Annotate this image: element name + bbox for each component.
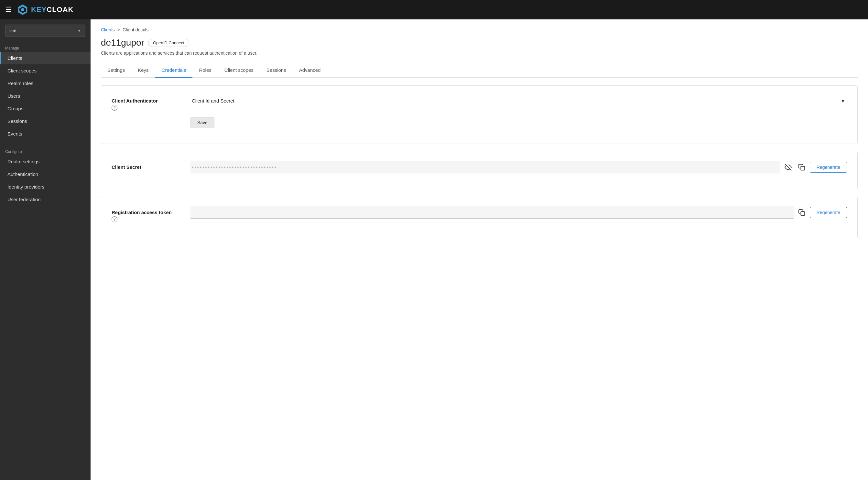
openid-badge: OpenID Connect bbox=[148, 39, 189, 47]
copy-secret-button[interactable] bbox=[796, 162, 807, 173]
tab-credentials[interactable]: Credentials bbox=[155, 63, 193, 78]
tabs: Settings Keys Credentials Roles Client s… bbox=[101, 63, 858, 78]
secret-input-wrapper bbox=[190, 161, 780, 173]
save-control-col: Save bbox=[190, 117, 847, 128]
sidebar-item-user-federation[interactable]: User federation bbox=[0, 193, 91, 206]
realm-selector[interactable]: vcd ▼ bbox=[5, 25, 85, 37]
registration-token-row: Regenerate bbox=[190, 206, 847, 219]
toggle-visibility-button[interactable] bbox=[783, 162, 794, 173]
regenerate-secret-button[interactable]: Regenerate bbox=[810, 162, 847, 173]
authenticator-control-col: Client Id and Secret Signed Jwt X509 Cer… bbox=[190, 95, 847, 107]
registration-token-help-icon[interactable]: ? bbox=[112, 216, 117, 222]
manage-section-label: Manage bbox=[0, 42, 91, 52]
registration-token-input[interactable] bbox=[190, 206, 794, 219]
authenticator-label-col: Client Authenticator ? bbox=[112, 95, 183, 111]
client-secret-label: Client Secret bbox=[112, 164, 183, 170]
sidebar: vcd ▼ Manage Clients Client scopes Realm… bbox=[0, 20, 91, 480]
sidebar-divider bbox=[0, 143, 91, 143]
client-secret-input[interactable] bbox=[190, 161, 780, 173]
chevron-down-icon: ▼ bbox=[77, 28, 81, 33]
tab-client-scopes[interactable]: Client scopes bbox=[218, 63, 260, 78]
copy-token-button[interactable] bbox=[796, 207, 807, 218]
sidebar-item-events[interactable]: Events bbox=[0, 127, 91, 140]
logo: KEYCLOAK bbox=[17, 4, 73, 16]
hamburger-button[interactable]: ☰ bbox=[5, 5, 12, 14]
breadcrumb-clients-link[interactable]: Clients bbox=[101, 27, 115, 32]
tab-sessions[interactable]: Sessions bbox=[260, 63, 293, 78]
breadcrumb-separator: > bbox=[117, 27, 120, 32]
sidebar-item-users[interactable]: Users bbox=[0, 90, 91, 102]
authenticator-label: Client Authenticator bbox=[112, 98, 183, 103]
registration-token-card: Registration access token ? bbox=[101, 197, 858, 238]
tab-keys[interactable]: Keys bbox=[131, 63, 155, 78]
eye-off-icon bbox=[784, 164, 792, 171]
page-title: de11gupor bbox=[101, 37, 144, 48]
sidebar-item-clients[interactable]: Clients bbox=[0, 52, 91, 64]
authenticator-select[interactable]: Client Id and Secret Signed Jwt X509 Cer… bbox=[190, 95, 847, 107]
sidebar-item-groups[interactable]: Groups bbox=[0, 102, 91, 115]
sidebar-item-realm-roles[interactable]: Realm roles bbox=[0, 77, 91, 90]
authenticator-form-row: Client Authenticator ? Client Id and Sec… bbox=[112, 95, 847, 111]
copy-icon bbox=[798, 164, 805, 171]
svg-rect-5 bbox=[801, 212, 805, 215]
topbar: ☰ KEYCLOAK bbox=[0, 0, 868, 20]
tab-advanced[interactable]: Advanced bbox=[293, 63, 327, 78]
registration-token-input-wrapper bbox=[190, 206, 794, 219]
tab-settings[interactable]: Settings bbox=[101, 63, 131, 78]
client-secret-label-col: Client Secret bbox=[112, 161, 183, 170]
sidebar-item-identity-providers[interactable]: Identity providers bbox=[0, 180, 91, 193]
sidebar-item-client-scopes[interactable]: Client scopes bbox=[0, 64, 91, 77]
svg-rect-4 bbox=[801, 166, 805, 170]
authenticator-help-icon[interactable]: ? bbox=[112, 105, 117, 111]
tab-roles[interactable]: Roles bbox=[192, 63, 218, 78]
page-title-row: de11gupor OpenID Connect bbox=[101, 37, 858, 48]
page-subtitle: Clients are applications and services th… bbox=[101, 51, 858, 56]
regenerate-token-button[interactable]: Regenerate bbox=[810, 207, 847, 218]
save-row: Save bbox=[112, 117, 847, 128]
secret-row: Regenerate bbox=[190, 161, 847, 173]
sidebar-item-authentication[interactable]: Authentication bbox=[0, 168, 91, 180]
authenticator-select-wrapper: Client Id and Secret Signed Jwt X509 Cer… bbox=[190, 95, 847, 107]
breadcrumb: Clients > Client details bbox=[101, 27, 858, 32]
client-secret-control-col: Regenerate bbox=[190, 161, 847, 173]
registration-token-label-col: Registration access token ? bbox=[112, 206, 183, 222]
logo-text: KEYCLOAK bbox=[31, 5, 73, 14]
logo-icon bbox=[17, 4, 28, 16]
svg-point-2 bbox=[21, 8, 24, 11]
main-content: Clients > Client details de11gupor OpenI… bbox=[91, 20, 868, 480]
sidebar-item-sessions[interactable]: Sessions bbox=[0, 115, 91, 127]
client-secret-card: Client Secret bbox=[101, 152, 858, 189]
configure-section-label: Configure bbox=[0, 146, 91, 155]
realm-name: vcd bbox=[9, 28, 17, 33]
registration-token-form-row: Registration access token ? bbox=[112, 206, 847, 222]
client-secret-form-row: Client Secret bbox=[112, 161, 847, 173]
copy-token-icon bbox=[798, 209, 805, 216]
save-label-spacer bbox=[112, 117, 183, 120]
save-button[interactable]: Save bbox=[190, 117, 214, 128]
authenticator-card: Client Authenticator ? Client Id and Sec… bbox=[101, 85, 858, 144]
breadcrumb-current: Client details bbox=[123, 27, 149, 32]
sidebar-item-realm-settings[interactable]: Realm settings bbox=[0, 155, 91, 168]
registration-token-control-col: Regenerate bbox=[190, 206, 847, 219]
registration-token-label: Registration access token bbox=[112, 210, 183, 215]
